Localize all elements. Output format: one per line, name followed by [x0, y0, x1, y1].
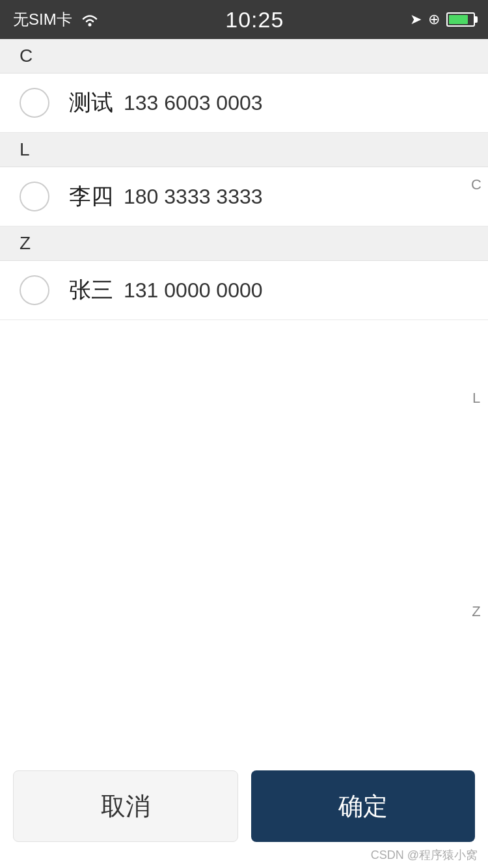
- status-bar: 无SIM卡 10:25 ➤ ⊕: [0, 0, 488, 39]
- alpha-index: C L Z: [471, 39, 481, 757]
- contact-name: 张三: [69, 275, 113, 305]
- list-item[interactable]: 张三 131 0000 0000: [0, 261, 488, 320]
- radio-lisi[interactable]: [20, 182, 49, 211]
- section-header-z: Z: [0, 226, 488, 261]
- list-item[interactable]: 测试 133 6003 0003: [0, 74, 488, 133]
- contact-info-zhangsan: 张三 131 0000 0000: [69, 275, 263, 305]
- status-time: 10:25: [225, 7, 284, 33]
- alpha-l[interactable]: L: [472, 388, 480, 409]
- alpha-c[interactable]: C: [471, 175, 481, 195]
- wifi-icon: [80, 12, 100, 27]
- contact-phone: 133 6003 0003: [124, 91, 263, 115]
- empty-space: [0, 320, 488, 757]
- list-item[interactable]: 李四 180 3333 3333: [0, 167, 488, 226]
- status-left: 无SIM卡: [13, 9, 100, 30]
- watermark: CSDN @程序猿小窝: [371, 847, 478, 863]
- section-header-c: C: [0, 39, 488, 74]
- alpha-z[interactable]: Z: [472, 602, 480, 622]
- carrier-text: 无SIM卡: [13, 9, 72, 30]
- location-icon: ➤: [410, 11, 422, 28]
- battery-fill: [449, 15, 468, 24]
- section-header-l: L: [0, 133, 488, 167]
- radio-zhangsan[interactable]: [20, 275, 49, 305]
- confirm-button[interactable]: 确定: [251, 770, 475, 842]
- contact-info-lisi: 李四 180 3333 3333: [69, 182, 263, 211]
- contact-name: 李四: [69, 182, 113, 211]
- contact-phone: 131 0000 0000: [124, 278, 263, 303]
- cancel-button[interactable]: 取消: [13, 770, 238, 842]
- bottom-bar: 取消 确定: [0, 770, 488, 842]
- contact-info-ceshi: 测试 133 6003 0003: [69, 88, 263, 118]
- contact-name: 测试: [69, 88, 113, 118]
- status-right: ➤ ⊕: [410, 11, 475, 28]
- contact-phone: 180 3333 3333: [124, 185, 263, 209]
- radio-ceshi[interactable]: [20, 88, 49, 118]
- svg-point-0: [88, 23, 91, 27]
- main-content: C 测试 133 6003 0003 L 李四 180 3333 3333 Z …: [0, 39, 488, 757]
- battery-icon: [446, 12, 475, 27]
- lock-icon: ⊕: [428, 11, 440, 28]
